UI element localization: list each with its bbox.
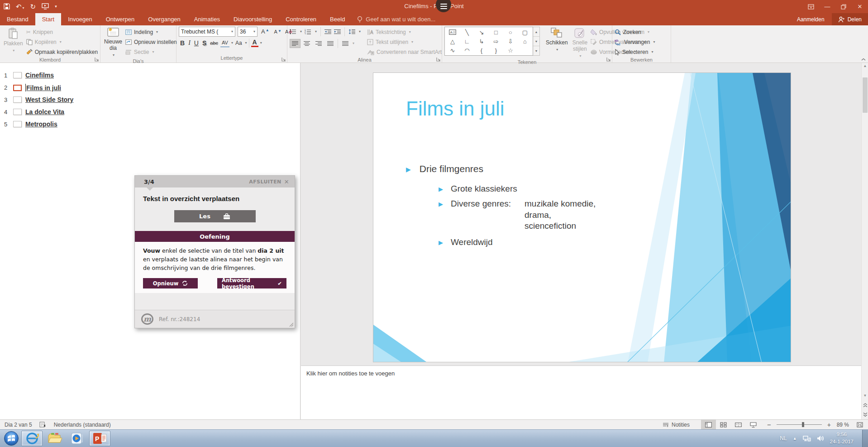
fit-slide-to-window-icon[interactable] [853,420,867,430]
slide-icon[interactable] [13,96,22,103]
shrink-font-button[interactable]: A▼ [273,29,283,35]
vertical-scrollbar[interactable]: ▲ ▼ [861,63,868,419]
lettertype-dialog-launcher-icon[interactable] [281,57,286,62]
change-case-button[interactable]: Aa [234,39,243,47]
italic-button[interactable]: I [187,39,192,47]
outline-item[interactable]: 1 Cinefilms [4,72,54,79]
shapes-more-icon[interactable]: ▼ [533,46,539,55]
outline-item[interactable]: 3 West Side Story [4,96,73,103]
slide-body-placeholder[interactable]: ▶ Drie filmgenres ▶ Grote klassiekers ▶ … [406,163,687,247]
arc-shape-icon[interactable]: ◠ [464,47,469,54]
taskbar-powerpoint-icon[interactable] [89,431,110,446]
minimize-icon[interactable]: — [819,0,835,13]
tab-bestand[interactable]: Bestand [0,13,35,25]
bold-button[interactable]: B [179,39,186,47]
shapes-scroll-down-icon[interactable]: ▼ [533,36,539,46]
confirm-answer-button[interactable]: Antwoord bevestigen ✔ [217,278,286,288]
decrease-indent-button[interactable] [324,29,331,34]
tab-ontwerpen[interactable]: Ontwerpen [99,13,142,25]
slideshow-view-button[interactable] [746,420,761,430]
find-button[interactable]: Zoeken [615,27,655,37]
new-slide-button[interactable]: Nieuwe dia▾ [103,27,124,58]
replace-button[interactable]: Vervangen▾ [615,37,655,47]
notes-pane[interactable]: Klik hier om notities toe te voegen [301,365,861,419]
block-arrow-right-icon[interactable]: ⇨ [494,38,499,45]
bullet-item[interactable]: ▶ Grote klassiekers [439,184,687,194]
slide-icon-current[interactable] [13,85,22,91]
slide-icon[interactable] [13,72,22,78]
next-slide-icon[interactable] [862,412,868,417]
resize-handle-icon[interactable] [289,322,294,327]
tab-diavoorstelling[interactable]: Diavoorstelling [227,13,279,25]
scroll-down-icon[interactable]: ▼ [862,394,868,398]
outline-item-current[interactable]: 2 Films in juli [4,84,61,91]
left-brace-shape-icon[interactable]: { [481,47,482,54]
font-size-combobox[interactable]: 36▾ [238,27,258,37]
bullet-item[interactable]: ▶ Drie filmgenres [406,163,687,174]
layout-button[interactable]: Indeling▾ [125,27,177,37]
show-hidden-icons-icon[interactable]: ▲ [793,436,797,441]
text-box-shape-icon[interactable] [449,29,456,35]
tab-animaties[interactable]: Animaties [187,13,227,25]
numbering-button[interactable] [305,29,311,34]
oval-shape-icon[interactable]: ○ [509,29,512,36]
tab-controleren[interactable]: Controleren [279,13,323,25]
align-left-button[interactable] [290,39,300,48]
slide-sorter-view-button[interactable] [716,420,731,430]
ribbon-display-options-icon[interactable] [803,0,819,13]
alinea-dialog-launcher-icon[interactable] [436,57,441,62]
shapes-scroll-up-icon[interactable]: ▲ [533,27,539,36]
slide-title[interactable]: Films in juli [406,97,505,120]
tell-me-box[interactable]: Geef aan wat u wilt doen... [352,13,441,25]
start-button[interactable] [3,430,20,447]
normal-view-button[interactable] [701,420,716,430]
scroll-up-icon[interactable]: ▲ [862,64,868,68]
shapes-gallery-scrollbar[interactable]: ▲ ▼ ▼ [533,27,540,56]
zoom-slider[interactable] [777,424,822,425]
spelling-icon[interactable] [39,422,47,428]
format-painter-button[interactable]: Opmaak kopiëren/plakken [26,47,98,57]
slide-counter[interactable]: Dia 2 van 5 [5,422,32,428]
underline-button[interactable]: U [193,39,200,47]
font-color-button[interactable]: A [251,39,258,47]
show-desktop-button[interactable] [862,430,868,447]
line-shape-icon[interactable]: ╲ [465,29,469,36]
notes-toggle-button[interactable]: Notities [658,420,694,430]
right-brace-shape-icon[interactable]: } [495,47,497,54]
bullet-item[interactable]: ▶ Wereldwijd [439,237,687,247]
align-right-button[interactable] [313,39,324,48]
language-indicator[interactable]: Nederlands (standaard) [54,422,111,428]
scrollbar-thumb[interactable] [863,77,868,113]
taskbar-media-player-icon[interactable] [67,431,88,446]
outline-item[interactable]: 4 La dolce Vita [4,108,64,115]
character-spacing-button[interactable]: AV [220,38,229,47]
justify-button[interactable] [325,39,336,48]
rounded-rectangle-shape-icon[interactable]: ▢ [522,29,528,36]
previous-slide-icon[interactable] [862,403,868,408]
reading-view-button[interactable] [731,420,746,430]
tab-overgangen[interactable]: Overgangen [141,13,187,25]
grow-font-button[interactable]: A▲ [260,28,271,35]
tab-start[interactable]: Start [35,13,61,25]
tab-beeld[interactable]: Beeld [323,13,352,25]
sign-in-button[interactable]: Aanmelden [790,13,832,25]
slide-icon[interactable] [13,121,22,127]
outline-item[interactable]: 5 Metropolis [4,120,57,128]
close-icon[interactable]: ✕ [284,178,289,185]
network-icon[interactable] [803,435,811,442]
language-nl-indicator[interactable]: NL [780,435,787,442]
zoom-in-icon[interactable]: + [825,420,833,430]
font-name-combobox[interactable]: Trebuchet MS (▾ [179,27,235,37]
block-arrow-down-icon[interactable]: ⇩ [508,38,513,45]
elbow-connector-icon[interactable]: ∟ [464,38,470,45]
increase-indent-button[interactable] [334,29,341,34]
elbow-arrow-connector-icon[interactable]: ↳ [479,38,484,45]
training-dialog[interactable]: 3/4 AFSLUITEN ✕ Tekst in overzicht verpl… [134,175,295,328]
retry-button[interactable]: Opnieuw [143,278,198,288]
bullet-item[interactable]: ▶ Diverse genres: muzikale komedie, dram… [439,198,687,232]
rectangle-shape-icon[interactable]: □ [494,29,498,36]
shapes-gallery[interactable]: ╲ ↘ □ ○ ▢ △ ∟ ↳ ⇨ ⇩ ⌂ ∿ ◠ { } ☆ [444,27,540,59]
clock[interactable]: 9:56 24-1-2017 [830,431,856,445]
notes-placeholder[interactable]: Klik hier om notities toe te voegen [306,370,395,377]
arrange-button[interactable]: Schikken▾ [544,27,569,59]
